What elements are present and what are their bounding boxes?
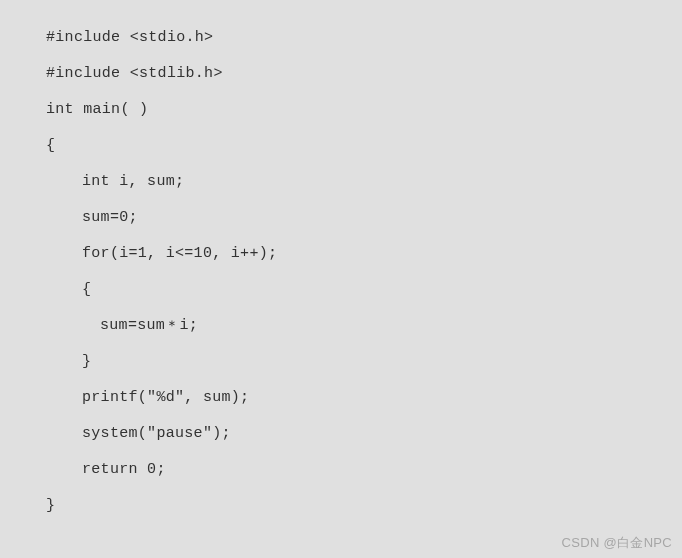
code-line-3: int main( ) (46, 92, 682, 128)
code-line-9: sum=sum＊i; (46, 308, 682, 344)
code-line-11: printf("%d", sum); (46, 380, 682, 416)
watermark: CSDN @白金NPC (562, 534, 672, 552)
code-line-13: return 0; (46, 452, 682, 488)
code-line-1: #include <stdio.h> (46, 20, 682, 56)
code-line-7: for(i=1, i<=10, i++); (46, 236, 682, 272)
code-line-4: { (46, 128, 682, 164)
code-fragment-9a: sum=sum (100, 317, 165, 334)
code-line-2: #include <stdlib.h> (46, 56, 682, 92)
code-line-5: int i, sum; (46, 164, 682, 200)
code-line-14: } (46, 488, 682, 524)
code-line-8: { (46, 272, 682, 308)
code-fragment-9b: i; (179, 317, 198, 334)
code-line-12: system("pause"); (46, 416, 682, 452)
code-line-10: } (46, 344, 682, 380)
code-line-6: sum=0; (46, 200, 682, 236)
star-icon: ＊ (165, 318, 179, 332)
